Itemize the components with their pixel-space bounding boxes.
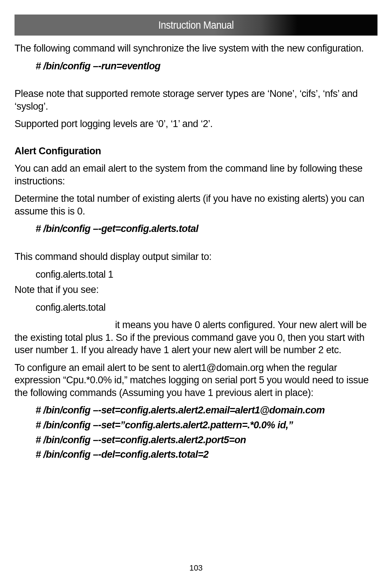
header-title: Instruction Manual [158, 19, 234, 31]
paragraph: Supported port logging levels are ‘0’, ‘… [15, 118, 377, 130]
paragraph: it means you have 0 alerts configured. Y… [15, 319, 377, 356]
section-heading: Alert Configuration [15, 145, 377, 158]
command-line: # /bin/config –-set=config.alerts.alert2… [36, 434, 377, 446]
paragraph: You can add an email alert to the system… [15, 162, 377, 187]
command-line: # /bin/config –-del=config.alerts.total=… [36, 448, 377, 461]
output-line: config.alerts.total [36, 301, 377, 314]
paragraph: This command should display output simil… [15, 250, 377, 263]
header-bar: Instruction Manual [15, 15, 377, 36]
command-line: # /bin/config –-get=config.alerts.total [36, 222, 377, 235]
paragraph: Determine the total number of existing a… [15, 192, 377, 217]
body-content: The following command will synchronize t… [15, 42, 377, 461]
page-root: Instruction Manual The following command… [0, 0, 392, 588]
paragraph: Note that if you see: [15, 283, 377, 296]
output-line: config.alerts.total 1 [36, 268, 377, 281]
paragraph: Please note that supported remote storag… [15, 87, 377, 113]
page-number: 103 [0, 563, 392, 573]
command-line: # /bin/config –-run=eventlog [36, 60, 377, 73]
paragraph: To configure an email alert to be sent t… [15, 362, 377, 399]
paragraph: The following command will synchronize t… [15, 42, 377, 55]
command-line: # /bin/config –-set=config.alerts.alert2… [36, 404, 377, 417]
command-line: # /bin/config –-set=”config.alerts.alert… [36, 419, 377, 432]
